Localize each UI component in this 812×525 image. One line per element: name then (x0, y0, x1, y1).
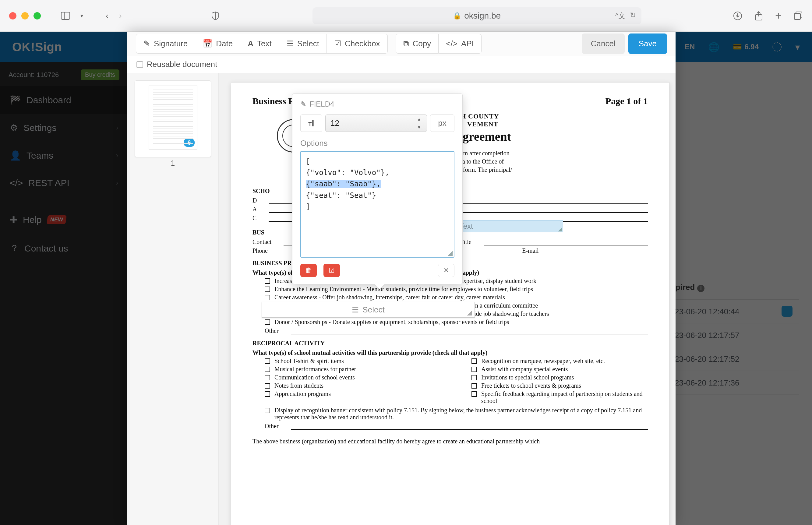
font-size-input[interactable]: 12 ▲▼ (325, 115, 427, 132)
reusable-checkbox[interactable] (136, 61, 143, 68)
options-textarea[interactable]: [ {"volvo": "Volvo"}, {"saab": "Saab"}, … (300, 151, 454, 258)
recip-question: What type(s) of school mutual activities… (253, 349, 648, 356)
font-icon: A (247, 39, 253, 48)
document-pane[interactable]: Business Par Page 1 of 1 THE PALM BEACH … (219, 73, 676, 525)
tool-api-button[interactable]: </>API (439, 34, 482, 54)
window-minimize[interactable] (21, 12, 29, 19)
browser-chrome: ▾ ‹ › 🔒 oksign.be ᴬ文 ↻ + (0, 0, 812, 32)
delete-field-button[interactable]: 🗑 (300, 264, 317, 277)
shield-icon[interactable] (209, 11, 222, 20)
window-controls (9, 12, 41, 19)
save-button[interactable]: Save (628, 33, 667, 54)
downloads-icon[interactable] (733, 11, 742, 20)
document-editor: ✎Signature 📅Date AText ☰Select ☑Checkbox… (127, 32, 676, 525)
trash-icon: 🗑 (305, 267, 312, 274)
new-tab-icon[interactable]: + (775, 10, 782, 22)
thumbnail-image: 6 (149, 86, 197, 150)
nav-back-icon[interactable]: ‹ (103, 11, 111, 21)
contact-label: Contact (253, 238, 271, 245)
url-text: oksign.be (464, 11, 501, 21)
chevron-down-icon[interactable]: ▾ (78, 13, 86, 19)
translate-icon[interactable]: ᴬ文 (615, 11, 626, 21)
pencil-icon: ✎ (300, 100, 306, 108)
sidebar-toggle-icon[interactable] (59, 12, 73, 20)
list-icon: ☰ (287, 39, 294, 48)
tool-text-button[interactable]: AText (240, 34, 279, 54)
editor-toolbar: ✎Signature 📅Date AText ☰Select ☑Checkbox… (127, 32, 676, 56)
check-icon: ☑ (329, 267, 335, 274)
tool-copy-button[interactable]: ⧉Copy (396, 34, 439, 54)
unit-label: px (430, 115, 454, 132)
thumbnail-pane: 6 1 (127, 73, 219, 525)
reusable-label: Reusable document (147, 60, 217, 69)
spin-down[interactable]: ▼ (417, 125, 425, 130)
checkbox-icon: ☑ (334, 39, 341, 48)
copy-icon: ⧉ (403, 39, 409, 48)
close-icon: ✕ (443, 267, 449, 274)
resize-handle[interactable] (558, 227, 562, 231)
close-popover-button[interactable]: ✕ (438, 264, 454, 277)
field-text-placeholder[interactable]: A Text (448, 220, 563, 232)
lock-icon: 🔒 (453, 12, 461, 20)
recip-section: RECIPROCAL ACTIVITY (253, 340, 648, 347)
code-icon: </> (446, 39, 457, 48)
options-label: Options (292, 137, 462, 151)
email-label: E-mail (522, 247, 539, 254)
share-icon[interactable] (754, 11, 763, 21)
agree-text: The above business (organization) and ed… (253, 437, 648, 446)
confirm-field-button[interactable]: ☑ (324, 264, 340, 277)
doc-header-right: Page 1 of 1 (605, 96, 648, 106)
svg-rect-5 (794, 13, 800, 19)
editor-subbar: Reusable document (127, 56, 676, 73)
document-page: Business Par Page 1 of 1 THE PALM BEACH … (231, 82, 670, 525)
pencil-square-icon: ✎ (144, 39, 150, 48)
field-options-popover: ✎ FIELD4 TI 12 ▲▼ px Options [ {" (292, 93, 463, 284)
cancel-button[interactable]: Cancel (582, 33, 625, 54)
tool-date-button[interactable]: 📅Date (195, 34, 240, 54)
page-thumbnail[interactable]: 6 (135, 80, 211, 157)
address-bar[interactable]: 🔒 oksign.be ᴬ文 ↻ (313, 7, 642, 24)
tabs-icon[interactable] (794, 11, 803, 20)
phone-label: Phone (253, 247, 268, 254)
window-close[interactable] (9, 12, 16, 19)
calendar-icon: 📅 (202, 39, 212, 48)
tool-checkbox-button[interactable]: ☑Checkbox (327, 34, 388, 54)
spin-up[interactable]: ▲ (417, 117, 425, 121)
window-maximize[interactable] (33, 12, 41, 19)
field-name-label[interactable]: FIELD4 (310, 100, 334, 108)
nav-forward-icon[interactable]: › (116, 11, 124, 21)
field-select-placeholder[interactable]: ☰ Select (261, 302, 475, 318)
list-icon: ☰ (352, 305, 359, 315)
thumbnail-page-number: 1 (135, 159, 211, 167)
reload-icon[interactable]: ↻ (630, 11, 636, 21)
svg-rect-0 (61, 12, 70, 19)
field-count-badge: 6 (184, 138, 194, 147)
tool-select-button[interactable]: ☰Select (279, 34, 327, 54)
text-size-icon: TI (300, 115, 322, 132)
tool-signature-button[interactable]: ✎Signature (136, 34, 195, 54)
